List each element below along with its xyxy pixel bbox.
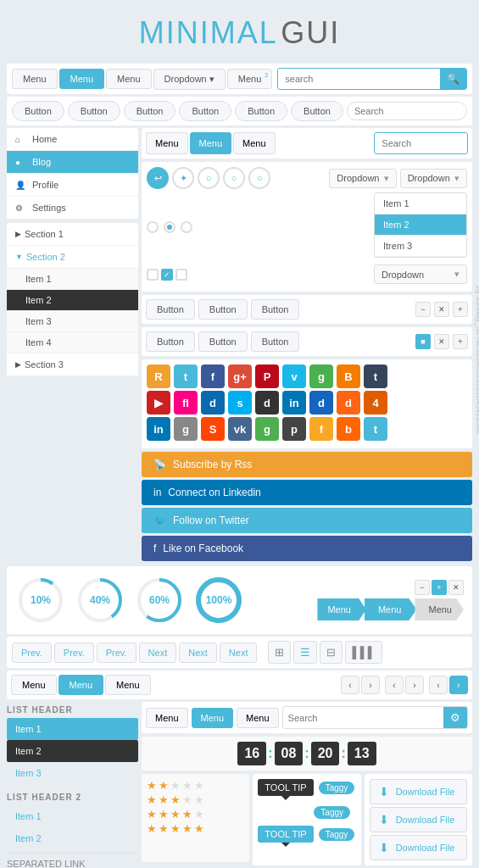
- icon-instagram-1[interactable]: in: [282, 391, 306, 415]
- nav-menu-3[interactable]: Menu: [106, 69, 152, 89]
- panel-search-input[interactable]: [375, 134, 468, 153]
- prog-plus[interactable]: +: [432, 580, 447, 595]
- subitem-3[interactable]: Item 3: [7, 311, 138, 332]
- menu-search-input[interactable]: [283, 709, 443, 726]
- icon-twitter-1[interactable]: t: [174, 364, 198, 388]
- icon-delicious-1[interactable]: d: [309, 391, 333, 415]
- dd-item-1[interactable]: Item 1: [375, 193, 466, 214]
- pill-btn-6[interactable]: Button: [291, 101, 343, 121]
- pager-next-inactive[interactable]: ›: [361, 676, 380, 694]
- pager-prev-2[interactable]: ‹: [385, 676, 404, 694]
- tab-menu-3[interactable]: Menu: [105, 675, 151, 695]
- dl-btn-2[interactable]: ⬇ Download File: [370, 807, 467, 832]
- section-1-header[interactable]: ▶ Section 1: [7, 223, 138, 246]
- nav-menu-2[interactable]: Menu: [59, 69, 105, 89]
- pill-btn-3[interactable]: Button: [124, 101, 176, 121]
- check-3[interactable]: [175, 269, 187, 281]
- ms-btn-3[interactable]: Menu: [237, 708, 279, 728]
- icon-dropbox-1[interactable]: d: [201, 391, 225, 415]
- ctrl-sq-1[interactable]: ■: [415, 334, 431, 349]
- mini-nav-btn-2[interactable]: Menu: [190, 132, 232, 154]
- nav-dropdown[interactable]: Dropdown: [153, 69, 226, 90]
- ctrl-minus[interactable]: −: [415, 302, 431, 317]
- sidebar-item-profile[interactable]: 👤 Profile: [7, 174, 138, 197]
- rp-btn-6[interactable]: Button: [251, 331, 300, 352]
- icon-tw-2[interactable]: t: [364, 417, 387, 441]
- grid-view-icon[interactable]: ⊞: [268, 641, 291, 664]
- pager-prev[interactable]: ‹: [341, 676, 359, 694]
- dl-btn-3[interactable]: ⬇ Download File: [370, 835, 467, 860]
- icon-vimeo-1[interactable]: v: [282, 364, 306, 388]
- icon-skype-1[interactable]: s: [228, 391, 252, 415]
- list-item-1[interactable]: Item 1: [7, 718, 138, 740]
- twitter-button[interactable]: 🐦 Follow on Twitter: [142, 508, 472, 533]
- rp-btn-3[interactable]: Button: [251, 299, 300, 320]
- rp-btn-4[interactable]: Button: [146, 331, 195, 352]
- subitem-2[interactable]: Item 2: [7, 290, 138, 311]
- sidebar-item-blog[interactable]: ● Blog: [7, 151, 138, 174]
- radio-2[interactable]: [164, 221, 175, 233]
- section-3-header[interactable]: ▶ Section 3: [7, 353, 138, 376]
- subitem-4[interactable]: Item 4: [7, 332, 138, 353]
- pager-next-2[interactable]: ›: [405, 676, 424, 694]
- icon-pinterest-1[interactable]: P: [255, 364, 279, 388]
- rp-btn-1[interactable]: Button: [146, 299, 195, 320]
- ms-btn-2[interactable]: Menu: [192, 708, 234, 728]
- small-search-input[interactable]: [354, 106, 467, 116]
- ms-btn-1[interactable]: Menu: [146, 708, 188, 728]
- tab-menu-1[interactable]: Menu: [11, 675, 57, 695]
- rp-btn-5[interactable]: Button: [198, 331, 248, 352]
- prog-x[interactable]: ✕: [448, 580, 464, 595]
- next-btn-3[interactable]: Next: [220, 643, 258, 663]
- prev-btn-2[interactable]: Prev.: [54, 643, 94, 663]
- prev-btn-1[interactable]: Prev.: [12, 643, 52, 663]
- tab-menu-2[interactable]: Menu: [58, 675, 104, 695]
- nav-menu-5[interactable]: Menu2: [227, 69, 273, 89]
- prev-btn-3[interactable]: Prev.: [97, 643, 136, 663]
- icon-tumblr-1[interactable]: t: [364, 364, 387, 388]
- icon-youtube-1[interactable]: ▶: [147, 391, 170, 415]
- tool-icon-3[interactable]: ○: [198, 167, 220, 189]
- icon-flickr-1[interactable]: fl: [174, 391, 198, 415]
- step-arrow-active[interactable]: Menu: [365, 598, 417, 620]
- sep-link[interactable]: SEPARATED LINK: [7, 853, 138, 868]
- check-2[interactable]: ✓: [161, 269, 173, 281]
- list-item-5[interactable]: Item 2: [7, 827, 138, 849]
- rp-btn-2[interactable]: Button: [198, 299, 248, 320]
- pager-next-3[interactable]: ›: [449, 676, 468, 694]
- dd-item-3[interactable]: Itrem 3: [375, 236, 466, 257]
- taggy-1[interactable]: Taggy: [319, 782, 355, 794]
- radio-1[interactable]: [147, 221, 159, 233]
- pager-prev-3[interactable]: ‹: [429, 676, 448, 694]
- ctrl-x[interactable]: ✕: [434, 302, 449, 317]
- list-item-4[interactable]: Item 1: [7, 805, 138, 827]
- ctrl-sq-3[interactable]: +: [453, 334, 468, 349]
- mini-nav-btn-3[interactable]: Menu: [233, 132, 276, 154]
- icon-vk-1[interactable]: vk: [228, 417, 252, 441]
- pill-btn-1[interactable]: Button: [12, 101, 64, 121]
- icon-digg-1[interactable]: d: [337, 391, 360, 415]
- next-btn-2[interactable]: Next: [179, 643, 217, 663]
- icon-blogger-1[interactable]: B: [337, 364, 360, 388]
- facebook-button[interactable]: f Like on Facebook: [142, 536, 472, 561]
- icon-linkedin-1[interactable]: in: [147, 417, 170, 441]
- top-search-input[interactable]: [278, 70, 440, 88]
- icon-rss-1[interactable]: R: [147, 364, 170, 388]
- dd-item-2[interactable]: Item 2: [375, 214, 466, 236]
- column-view-icon[interactable]: ⊟: [320, 641, 343, 664]
- sidebar-item-home[interactable]: ⌂ Home: [7, 128, 138, 151]
- pill-btn-2[interactable]: Button: [68, 101, 120, 121]
- section-2-header[interactable]: ▼ Section 2: [7, 246, 138, 269]
- nav-menu-1[interactable]: Menu: [12, 69, 58, 89]
- menu-search-button[interactable]: ⚙: [443, 707, 467, 728]
- tool-icon-1[interactable]: ↩: [147, 167, 169, 189]
- dropdown-1[interactable]: Dropdown: [329, 169, 396, 188]
- linkedin-button[interactable]: in Connect on Linkedin: [142, 480, 472, 505]
- icon-px-1[interactable]: p: [282, 417, 306, 441]
- mini-nav-btn-1[interactable]: Menu: [146, 132, 188, 154]
- subitem-1[interactable]: Item 1: [7, 269, 138, 290]
- check-1[interactable]: [147, 269, 159, 281]
- sidebar-item-settings[interactable]: ⚙ Settings: [7, 197, 138, 220]
- list-item-2[interactable]: Item 2: [7, 740, 138, 762]
- taggy-2[interactable]: Taggy: [314, 806, 350, 819]
